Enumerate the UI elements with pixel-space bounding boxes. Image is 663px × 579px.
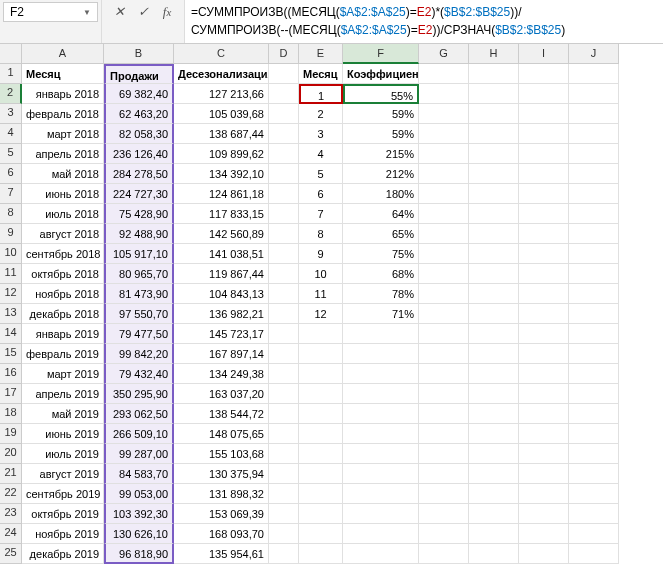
cell-I17[interactable] — [519, 384, 569, 404]
cell-B9[interactable]: 92 488,90 — [104, 224, 174, 244]
cell-D9[interactable] — [269, 224, 299, 244]
cell-F7[interactable]: 180% — [343, 184, 419, 204]
cell-G5[interactable] — [419, 144, 469, 164]
cell-C18[interactable]: 138 544,72 — [174, 404, 269, 424]
header-cell-J[interactable] — [569, 64, 619, 84]
cell-F13[interactable]: 71% — [343, 304, 419, 324]
cell-D24[interactable] — [269, 524, 299, 544]
cell-E6[interactable]: 5 — [299, 164, 343, 184]
cell-H24[interactable] — [469, 524, 519, 544]
cell-E13[interactable]: 12 — [299, 304, 343, 324]
cell-I22[interactable] — [519, 484, 569, 504]
cell-F4[interactable]: 59% — [343, 124, 419, 144]
cell-J17[interactable] — [569, 384, 619, 404]
cell-H8[interactable] — [469, 204, 519, 224]
cell-D17[interactable] — [269, 384, 299, 404]
cell-E22[interactable] — [299, 484, 343, 504]
row-header-17[interactable]: 17 — [0, 384, 22, 404]
cell-E9[interactable]: 8 — [299, 224, 343, 244]
cell-J22[interactable] — [569, 484, 619, 504]
cell-E18[interactable] — [299, 404, 343, 424]
cell-F15[interactable] — [343, 344, 419, 364]
enter-icon[interactable]: ✓ — [132, 2, 154, 22]
cell-H6[interactable] — [469, 164, 519, 184]
cell-F25[interactable] — [343, 544, 419, 564]
cell-G13[interactable] — [419, 304, 469, 324]
cell-G20[interactable] — [419, 444, 469, 464]
cell-J7[interactable] — [569, 184, 619, 204]
cell-I18[interactable] — [519, 404, 569, 424]
cell-J3[interactable] — [569, 104, 619, 124]
cell-H21[interactable] — [469, 464, 519, 484]
cell-H19[interactable] — [469, 424, 519, 444]
cell-J20[interactable] — [569, 444, 619, 464]
cell-I13[interactable] — [519, 304, 569, 324]
cell-J15[interactable] — [569, 344, 619, 364]
cell-B19[interactable]: 266 509,10 — [104, 424, 174, 444]
cell-I23[interactable] — [519, 504, 569, 524]
row-header-10[interactable]: 10 — [0, 244, 22, 264]
cell-H3[interactable] — [469, 104, 519, 124]
row-header-3[interactable]: 3 — [0, 104, 22, 124]
cell-H16[interactable] — [469, 364, 519, 384]
cell-B11[interactable]: 80 965,70 — [104, 264, 174, 284]
cell-E23[interactable] — [299, 504, 343, 524]
cell-H17[interactable] — [469, 384, 519, 404]
cell-F10[interactable]: 75% — [343, 244, 419, 264]
cell-H23[interactable] — [469, 504, 519, 524]
col-header-E[interactable]: E — [299, 44, 343, 64]
formula-input[interactable]: =СУММПРОИЗВ((МЕСЯЦ($A$2:$A$25)=E2)*($B$2… — [185, 0, 663, 43]
cell-F12[interactable]: 78% — [343, 284, 419, 304]
cell-J14[interactable] — [569, 324, 619, 344]
cell-E8[interactable]: 7 — [299, 204, 343, 224]
row-header-2[interactable]: 2 — [0, 84, 22, 104]
cell-G22[interactable] — [419, 484, 469, 504]
cell-F23[interactable] — [343, 504, 419, 524]
cell-A16[interactable]: март 2019 — [22, 364, 104, 384]
cell-F21[interactable] — [343, 464, 419, 484]
col-header-J[interactable]: J — [569, 44, 619, 64]
row-header-5[interactable]: 5 — [0, 144, 22, 164]
cell-I7[interactable] — [519, 184, 569, 204]
cell-C17[interactable]: 163 037,20 — [174, 384, 269, 404]
cell-A24[interactable]: ноябрь 2019 — [22, 524, 104, 544]
cell-F19[interactable] — [343, 424, 419, 444]
cell-J9[interactable] — [569, 224, 619, 244]
cell-E5[interactable]: 4 — [299, 144, 343, 164]
cell-C22[interactable]: 131 898,32 — [174, 484, 269, 504]
cell-I11[interactable] — [519, 264, 569, 284]
cell-C16[interactable]: 134 249,38 — [174, 364, 269, 384]
row-header-20[interactable]: 20 — [0, 444, 22, 464]
cell-D23[interactable] — [269, 504, 299, 524]
cell-E19[interactable] — [299, 424, 343, 444]
row-header-8[interactable]: 8 — [0, 204, 22, 224]
cell-I14[interactable] — [519, 324, 569, 344]
cell-C13[interactable]: 136 982,21 — [174, 304, 269, 324]
cell-C8[interactable]: 117 833,15 — [174, 204, 269, 224]
row-header-6[interactable]: 6 — [0, 164, 22, 184]
cell-J24[interactable] — [569, 524, 619, 544]
header-cell-E[interactable]: Месяц — [299, 64, 343, 84]
cell-E20[interactable] — [299, 444, 343, 464]
cell-D18[interactable] — [269, 404, 299, 424]
cell-H18[interactable] — [469, 404, 519, 424]
cell-F6[interactable]: 212% — [343, 164, 419, 184]
cell-A4[interactable]: март 2018 — [22, 124, 104, 144]
cell-C7[interactable]: 124 861,18 — [174, 184, 269, 204]
header-cell-I[interactable] — [519, 64, 569, 84]
cell-D4[interactable] — [269, 124, 299, 144]
cell-B23[interactable]: 103 392,30 — [104, 504, 174, 524]
col-header-C[interactable]: C — [174, 44, 269, 64]
cell-B14[interactable]: 79 477,50 — [104, 324, 174, 344]
cell-J19[interactable] — [569, 424, 619, 444]
row-header-4[interactable]: 4 — [0, 124, 22, 144]
cell-I19[interactable] — [519, 424, 569, 444]
cell-E14[interactable] — [299, 324, 343, 344]
cell-I21[interactable] — [519, 464, 569, 484]
cell-E25[interactable] — [299, 544, 343, 564]
row-header-22[interactable]: 22 — [0, 484, 22, 504]
cell-B5[interactable]: 236 126,40 — [104, 144, 174, 164]
cell-B16[interactable]: 79 432,40 — [104, 364, 174, 384]
select-all-corner[interactable] — [0, 44, 22, 64]
cell-I5[interactable] — [519, 144, 569, 164]
